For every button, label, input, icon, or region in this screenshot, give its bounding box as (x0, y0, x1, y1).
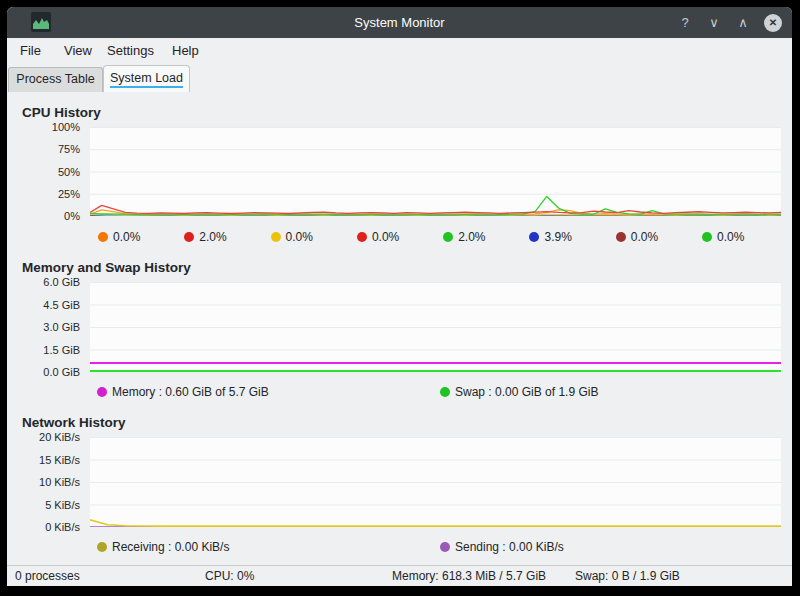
memory-y-axis: 6.0 GiB4.5 GiB3.0 GiB1.5 GiB0.0 GiB (7, 282, 85, 372)
legend-label: Memory : 0.60 GiB of 5.7 GiB (112, 385, 269, 399)
network-legend-item: Sending : 0.00 KiB/s (433, 539, 776, 555)
cpu-legend-item: 3.9% (521, 229, 607, 245)
window-title: System Monitor (7, 15, 792, 30)
memory-ytick-label: 6.0 GiB (43, 276, 80, 288)
cpu-legend-item: 0.0% (349, 229, 435, 245)
network-series-receiving (90, 520, 781, 526)
legend-label: 0.0% (717, 230, 744, 244)
network-history-chart (90, 437, 781, 527)
titlebar[interactable]: System Monitor ? ∨ ∧ ✕ (7, 7, 792, 38)
cpu-series-cpu-green (90, 196, 781, 214)
network-ytick-label: 0 KiB/s (45, 521, 80, 533)
network-y-axis: 20 KiB/s15 KiB/s10 KiB/s5 KiB/s0 KiB/s (7, 437, 85, 527)
legend-label: 0.0% (286, 230, 313, 244)
cpu-ytick-label: 0% (64, 210, 80, 222)
legend-label: 0.0% (372, 230, 399, 244)
legend-color-dot (440, 387, 450, 397)
tab-process-table[interactable]: Process Table (8, 67, 103, 92)
cpu-plot (90, 127, 781, 216)
legend-label: 0.0% (113, 230, 140, 244)
network-ytick-label: 15 KiB/s (39, 454, 80, 466)
status-processes: 0 processes (15, 566, 80, 586)
legend-color-dot (443, 232, 453, 242)
memory-plot (90, 282, 781, 372)
cpu-legend-item: 0.0% (263, 229, 349, 245)
cpu-ytick-label: 50% (58, 166, 80, 178)
memory-ytick-label: 0.0 GiB (43, 366, 80, 378)
memory-ytick-label: 1.5 GiB (43, 344, 80, 356)
titlebar-buttons: ? ∨ ∧ ✕ (677, 7, 782, 38)
legend-label: 2.0% (458, 230, 485, 244)
network-ytick-label: 20 KiB/s (39, 431, 80, 443)
network-ytick-label: 10 KiB/s (39, 476, 80, 488)
legend-color-dot (357, 232, 367, 242)
legend-label: Sending : 0.00 KiB/s (455, 540, 564, 554)
legend-label: 0.0% (631, 230, 658, 244)
app-window: System Monitor ? ∨ ∧ ✕ File View Setting… (7, 7, 792, 586)
cpu-history-heading: CPU History (22, 105, 101, 120)
memory-legend: Memory : 0.60 GiB of 5.7 GiBSwap : 0.00 … (90, 384, 776, 400)
cpu-ytick-label: 25% (58, 188, 80, 200)
memory-ytick-label: 4.5 GiB (43, 299, 80, 311)
cpu-y-axis: 100%75%50%25%0% (7, 127, 85, 216)
legend-color-dot (271, 232, 281, 242)
memory-swap-heading: Memory and Swap History (22, 260, 191, 275)
network-history-heading: Network History (22, 415, 126, 430)
status-memory: Memory: 618.3 MiB / 5.7 GiB (392, 566, 546, 586)
legend-label: 3.9% (544, 230, 571, 244)
cpu-legend: 0.0%2.0%0.0%0.0%2.0%3.9%0.0%0.0% (90, 229, 780, 245)
memory-legend-item: Swap : 0.00 GiB of 1.9 GiB (433, 384, 776, 400)
memory-swap-chart (90, 282, 781, 372)
tab-process-table-label: Process Table (16, 72, 94, 86)
legend-color-dot (440, 542, 450, 552)
menu-help[interactable]: Help (172, 38, 199, 64)
legend-color-dot (702, 232, 712, 242)
cpu-legend-item: 0.0% (608, 229, 694, 245)
cpu-ytick-label: 100% (52, 121, 80, 133)
menu-file[interactable]: File (20, 38, 41, 64)
tab-system-load[interactable]: System Load (103, 65, 190, 92)
minimize-button[interactable]: ∨ (706, 15, 722, 30)
network-legend-item: Receiving : 0.00 KiB/s (90, 539, 433, 555)
legend-label: Receiving : 0.00 KiB/s (112, 540, 229, 554)
desktop-background: System Monitor ? ∨ ∧ ✕ File View Setting… (0, 0, 800, 596)
maximize-button[interactable]: ∧ (735, 15, 751, 30)
status-cpu: CPU: 0% (205, 566, 254, 586)
network-legend: Receiving : 0.00 KiB/sSending : 0.00 KiB… (90, 539, 776, 555)
status-bar: 0 processes CPU: 0% Memory: 618.3 MiB / … (7, 565, 792, 586)
cpu-history-chart (90, 127, 781, 216)
cpu-legend-item: 0.0% (90, 229, 176, 245)
cpu-series-cpu-red (90, 205, 781, 213)
tab-system-load-label: System Load (110, 71, 183, 88)
legend-label: Swap : 0.00 GiB of 1.9 GiB (455, 385, 598, 399)
menubar: File View Settings Help (7, 38, 792, 64)
cpu-legend-item: 2.0% (435, 229, 521, 245)
network-plot (90, 437, 781, 527)
tab-bar: Process Table System Load (7, 64, 792, 92)
legend-color-dot (98, 232, 108, 242)
legend-label: 2.0% (199, 230, 226, 244)
legend-color-dot (616, 232, 626, 242)
legend-color-dot (529, 232, 539, 242)
memory-legend-item: Memory : 0.60 GiB of 5.7 GiB (90, 384, 433, 400)
help-button[interactable]: ? (677, 15, 693, 30)
menu-view[interactable]: View (64, 38, 92, 64)
menu-settings[interactable]: Settings (107, 38, 154, 64)
legend-color-dot (97, 387, 107, 397)
status-swap: Swap: 0 B / 1.9 GiB (575, 566, 680, 586)
cpu-legend-item: 2.0% (176, 229, 262, 245)
cpu-ytick-label: 75% (58, 143, 80, 155)
legend-color-dot (184, 232, 194, 242)
close-button[interactable]: ✕ (764, 14, 782, 32)
network-ytick-label: 5 KiB/s (45, 499, 80, 511)
memory-ytick-label: 3.0 GiB (43, 321, 80, 333)
cpu-legend-item: 0.0% (694, 229, 780, 245)
legend-color-dot (97, 542, 107, 552)
